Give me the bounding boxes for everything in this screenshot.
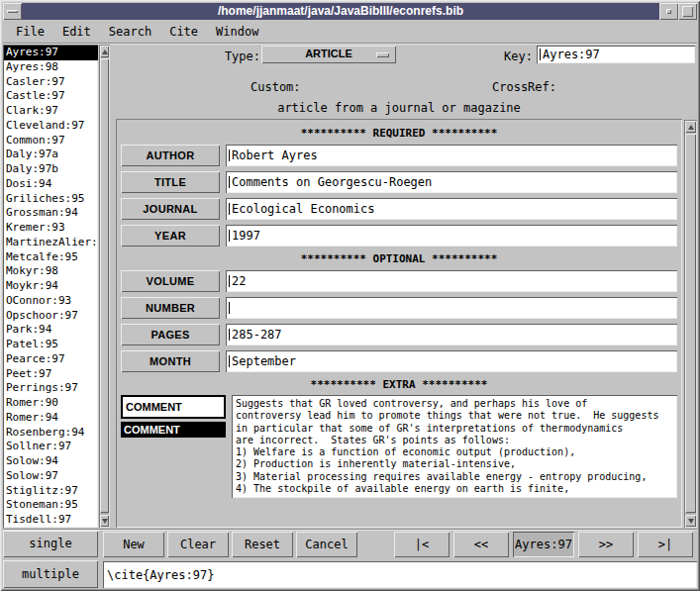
mode-multiple-button[interactable]: multiple [3,560,98,588]
text-caret [229,230,230,242]
menu-item[interactable]: File [16,25,45,39]
mode-single-button[interactable]: single [3,531,98,557]
reference-list-item[interactable]: Rosenberg:94 [4,426,98,441]
action-button[interactable]: New [103,532,164,557]
nav-button[interactable]: |< [394,532,450,557]
field-label-button[interactable]: TITLE [121,171,220,193]
menu-item[interactable]: Search [109,25,151,39]
reference-list-item[interactable]: OConnor:93 [4,294,98,309]
menu-item[interactable]: Edit [62,25,91,39]
reference-list-item[interactable]: Castle:97 [4,89,98,104]
scroll-up-arrow-icon[interactable] [685,121,696,133]
window-title: /home/jjanmaat/java/JavaBibIII/econrefs.… [22,3,659,20]
extra-section-header: ********** EXTRA ********** [121,378,677,391]
reference-list-item[interactable]: Solow:94 [4,454,98,469]
menu-item[interactable]: Window [216,25,258,39]
list-scrollbar[interactable] [99,45,110,528]
field-text-input[interactable]: 285-287 [226,324,677,345]
reference-list-item[interactable]: Kremer:93 [4,221,98,236]
maximize-button[interactable] [678,3,697,20]
reference-list-item[interactable]: Solow:97 [4,469,98,484]
scroll-up-arrow-icon[interactable] [100,46,109,57]
reference-list-item[interactable]: Griliches:95 [4,192,98,207]
nav-button[interactable]: << [453,532,509,557]
custom-label: Custom: [250,80,301,94]
reference-list-item[interactable]: Romer:90 [4,396,98,411]
field-text-input[interactable]: 22 [226,270,677,292]
extra-field-option[interactable]: COMMENT [121,422,226,438]
field-text-input[interactable]: Robert Ayres [226,145,677,166]
field-value: September [232,354,296,368]
field-value: Comments on Georgescu-Roegen [232,175,432,189]
reference-list-item[interactable]: Dosi:94 [4,177,98,192]
extra-field-selector: COMMENT COMMENT [121,395,226,438]
field-label-button[interactable]: VOLUME [121,270,220,292]
reference-list-item[interactable]: Perrings:97 [4,381,98,396]
field-text-input[interactable]: Comments on Georgescu-Roegen [226,171,677,193]
field-value: Robert Ayres [232,148,318,162]
reference-list-item[interactable]: Metcalfe:95 [4,250,98,265]
field-row: TITLE Comments on Georgescu-Roegen [121,171,677,193]
reference-list-item[interactable]: Clark:97 [4,104,98,119]
reference-list-item[interactable]: Ayres:97 [4,46,98,60]
field-label-button[interactable]: NUMBER [121,297,220,319]
field-value: 1997 [232,229,260,243]
reference-list-item[interactable]: Park:94 [4,323,98,338]
field-label-button[interactable]: PAGES [121,324,220,345]
type-label: Type: [217,49,260,63]
action-button[interactable]: Clear [167,532,229,557]
scroll-down-arrow-icon[interactable] [100,515,109,527]
reference-list-item[interactable]: MartinezAlier:9 [4,236,98,250]
required-fields: AUTHOR Robert Ayres TITLE Comments on Ge… [121,145,677,246]
nav-button[interactable]: >| [638,532,693,557]
cite-input[interactable]: \cite{Ayres:97} [103,561,697,588]
field-row: VOLUME 22 [121,270,677,292]
panel-scrollbar[interactable] [684,120,697,528]
key-input[interactable]: Ayres:97 [537,46,695,63]
reference-list-item[interactable]: Casler:97 [4,75,98,90]
action-button[interactable]: Cancel [296,532,357,557]
field-label-button[interactable]: YEAR [121,225,220,246]
scrollbar-thumb[interactable] [685,134,696,513]
reference-list-item[interactable]: Opschoor:97 [4,309,98,324]
reference-list-item[interactable]: Stiglitz:97 [4,484,98,499]
reference-list-item[interactable]: Stoneman:95 [4,498,98,513]
field-label-button[interactable]: MONTH [121,350,220,372]
title-bar: /home/jjanmaat/java/JavaBibIII/econrefs.… [3,3,697,20]
reference-list-item[interactable]: Romer:94 [4,411,98,426]
reference-list-item[interactable]: Pearce:97 [4,352,98,367]
reference-list-item[interactable]: Daly:97a [4,148,98,162]
text-caret [229,355,230,367]
field-label-button[interactable]: JOURNAL [121,198,220,220]
reference-list-item[interactable]: Cleveland:97 [4,119,98,134]
field-text-input[interactable]: 1997 [226,225,677,246]
entry-type-select[interactable]: ARTICLE [261,46,396,63]
reference-list-item[interactable]: Common:97 [4,134,98,148]
reference-list-item[interactable]: Grossman:94 [4,206,98,221]
field-text-input[interactable]: September [226,350,677,372]
field-label-button[interactable]: AUTHOR [121,145,220,166]
nav-button[interactable]: >> [578,532,634,557]
comment-textarea[interactable]: Suggests that GR loved controversy, and … [232,395,677,498]
menu-item[interactable]: Cite [169,25,198,39]
reference-list-item[interactable]: Peet:97 [4,367,98,382]
nav-button[interactable]: Ayres:97 [513,532,574,557]
scrollbar-thumb[interactable] [100,58,109,513]
reference-list-item[interactable]: Ayres:98 [4,60,98,75]
reference-list-item[interactable]: Mokyr:98 [4,264,98,279]
extra-field-combo-input[interactable]: COMMENT [121,395,226,419]
reference-list-item[interactable]: Patel:95 [4,338,98,352]
scroll-down-arrow-icon[interactable] [685,515,696,527]
window-menu-button[interactable] [3,3,22,20]
field-text-input[interactable] [226,297,677,319]
footer-separator [3,529,697,531]
reference-list-item[interactable]: Daly:97b [4,162,98,177]
action-button[interactable]: Reset [232,532,293,557]
field-text-input[interactable]: Ecological Economics [226,198,677,220]
text-caret [229,275,230,287]
minimize-button[interactable] [659,3,678,20]
field-value: 22 [232,274,246,288]
reference-list-item[interactable]: Sollner:97 [4,440,98,454]
reference-list-item[interactable]: Moykr:94 [4,279,98,294]
reference-list-item[interactable]: Tisdell:97 [4,513,98,528]
